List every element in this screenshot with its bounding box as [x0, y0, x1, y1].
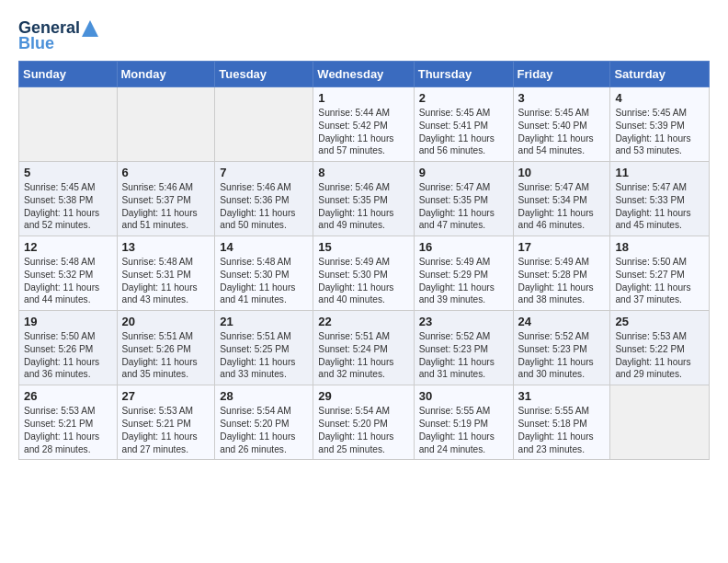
day-number: 12: [24, 240, 112, 254]
day-number: 1: [318, 91, 408, 105]
cell-info: Sunrise: 5:46 AM Sunset: 5:36 PM Dayligh…: [220, 181, 308, 232]
cell-info: Sunrise: 5:54 AM Sunset: 5:20 PM Dayligh…: [220, 405, 308, 455]
day-number: 9: [419, 166, 508, 179]
calendar-cell: 27Sunrise: 5:53 AM Sunset: 5:21 PM Dayli…: [117, 385, 215, 460]
svg-marker-0: [82, 20, 98, 37]
day-number: 27: [122, 389, 210, 403]
day-number: 31: [518, 389, 606, 403]
weekday-header-friday: Friday: [513, 62, 610, 87]
calendar-cell: [610, 385, 710, 460]
calendar-week-row: 1Sunrise: 5:44 AM Sunset: 5:42 PM Daylig…: [19, 87, 710, 162]
cell-info: Sunrise: 5:48 AM Sunset: 5:32 PM Dayligh…: [24, 256, 112, 306]
day-number: 23: [419, 315, 508, 328]
cell-info: Sunrise: 5:51 AM Sunset: 5:24 PM Dayligh…: [318, 330, 408, 381]
day-number: 18: [615, 240, 704, 254]
calendar-cell: 31Sunrise: 5:55 AM Sunset: 5:18 PM Dayli…: [513, 385, 610, 460]
day-number: 17: [518, 240, 606, 254]
calendar-cell: 23Sunrise: 5:52 AM Sunset: 5:23 PM Dayli…: [414, 311, 513, 385]
weekday-header-wednesday: Wednesday: [313, 62, 414, 87]
calendar-cell: 22Sunrise: 5:51 AM Sunset: 5:24 PM Dayli…: [313, 311, 414, 385]
weekday-header-monday: Monday: [117, 62, 215, 87]
page-header: General Blue: [18, 18, 710, 53]
calendar-cell: [215, 87, 313, 162]
cell-info: Sunrise: 5:52 AM Sunset: 5:23 PM Dayligh…: [419, 330, 508, 381]
calendar-cell: 12Sunrise: 5:48 AM Sunset: 5:32 PM Dayli…: [19, 236, 118, 311]
cell-info: Sunrise: 5:55 AM Sunset: 5:19 PM Dayligh…: [419, 405, 508, 455]
day-number: 30: [419, 389, 508, 403]
cell-info: Sunrise: 5:45 AM Sunset: 5:39 PM Dayligh…: [615, 107, 704, 157]
calendar-cell: 1Sunrise: 5:44 AM Sunset: 5:42 PM Daylig…: [313, 87, 414, 162]
cell-info: Sunrise: 5:53 AM Sunset: 5:21 PM Dayligh…: [24, 405, 112, 455]
calendar-cell: 15Sunrise: 5:49 AM Sunset: 5:30 PM Dayli…: [313, 236, 414, 311]
day-number: 20: [122, 315, 210, 328]
cell-info: Sunrise: 5:55 AM Sunset: 5:18 PM Dayligh…: [518, 405, 606, 455]
calendar-cell: 10Sunrise: 5:47 AM Sunset: 5:34 PM Dayli…: [513, 162, 610, 236]
cell-info: Sunrise: 5:48 AM Sunset: 5:31 PM Dayligh…: [122, 256, 210, 306]
calendar-cell: 19Sunrise: 5:50 AM Sunset: 5:26 PM Dayli…: [19, 311, 118, 385]
calendar-cell: 4Sunrise: 5:45 AM Sunset: 5:39 PM Daylig…: [610, 87, 710, 162]
calendar-week-row: 5Sunrise: 5:45 AM Sunset: 5:38 PM Daylig…: [19, 162, 710, 236]
logo-blue: Blue: [18, 34, 54, 53]
cell-info: Sunrise: 5:46 AM Sunset: 5:35 PM Dayligh…: [318, 181, 408, 232]
day-number: 8: [318, 166, 408, 179]
cell-info: Sunrise: 5:53 AM Sunset: 5:22 PM Dayligh…: [615, 330, 704, 381]
calendar-cell: 21Sunrise: 5:51 AM Sunset: 5:25 PM Dayli…: [215, 311, 313, 385]
weekday-header-saturday: Saturday: [610, 62, 710, 87]
day-number: 13: [122, 240, 210, 254]
calendar-cell: 5Sunrise: 5:45 AM Sunset: 5:38 PM Daylig…: [19, 162, 118, 236]
calendar-cell: 18Sunrise: 5:50 AM Sunset: 5:27 PM Dayli…: [610, 236, 710, 311]
day-number: 14: [220, 240, 308, 254]
day-number: 10: [518, 166, 606, 179]
cell-info: Sunrise: 5:53 AM Sunset: 5:21 PM Dayligh…: [122, 405, 210, 455]
calendar-cell: 3Sunrise: 5:45 AM Sunset: 5:40 PM Daylig…: [513, 87, 610, 162]
calendar-cell: 26Sunrise: 5:53 AM Sunset: 5:21 PM Dayli…: [19, 385, 118, 460]
calendar-body: 1Sunrise: 5:44 AM Sunset: 5:42 PM Daylig…: [19, 87, 710, 460]
calendar-cell: 2Sunrise: 5:45 AM Sunset: 5:41 PM Daylig…: [414, 87, 513, 162]
day-number: 11: [615, 166, 704, 179]
calendar-cell: 14Sunrise: 5:48 AM Sunset: 5:30 PM Dayli…: [215, 236, 313, 311]
cell-info: Sunrise: 5:47 AM Sunset: 5:35 PM Dayligh…: [419, 181, 508, 232]
cell-info: Sunrise: 5:50 AM Sunset: 5:27 PM Dayligh…: [615, 256, 704, 306]
day-number: 28: [220, 389, 308, 403]
cell-info: Sunrise: 5:50 AM Sunset: 5:26 PM Dayligh…: [24, 330, 112, 381]
calendar-header-row: SundayMondayTuesdayWednesdayThursdayFrid…: [19, 62, 710, 87]
day-number: 15: [318, 240, 408, 254]
cell-info: Sunrise: 5:47 AM Sunset: 5:34 PM Dayligh…: [518, 181, 606, 232]
cell-info: Sunrise: 5:49 AM Sunset: 5:30 PM Dayligh…: [318, 256, 408, 306]
weekday-header-thursday: Thursday: [414, 62, 513, 87]
cell-info: Sunrise: 5:52 AM Sunset: 5:23 PM Dayligh…: [518, 330, 606, 381]
calendar-cell: 25Sunrise: 5:53 AM Sunset: 5:22 PM Dayli…: [610, 311, 710, 385]
cell-info: Sunrise: 5:51 AM Sunset: 5:26 PM Dayligh…: [122, 330, 210, 381]
cell-info: Sunrise: 5:51 AM Sunset: 5:25 PM Dayligh…: [220, 330, 308, 381]
calendar-cell: 11Sunrise: 5:47 AM Sunset: 5:33 PM Dayli…: [610, 162, 710, 236]
calendar-cell: 24Sunrise: 5:52 AM Sunset: 5:23 PM Dayli…: [513, 311, 610, 385]
calendar-cell: 28Sunrise: 5:54 AM Sunset: 5:20 PM Dayli…: [215, 385, 313, 460]
cell-info: Sunrise: 5:44 AM Sunset: 5:42 PM Dayligh…: [318, 107, 408, 157]
calendar-cell: [19, 87, 118, 162]
day-number: 4: [615, 91, 704, 105]
day-number: 2: [419, 91, 508, 105]
calendar-cell: 13Sunrise: 5:48 AM Sunset: 5:31 PM Dayli…: [117, 236, 215, 311]
day-number: 24: [518, 315, 606, 328]
weekday-header-tuesday: Tuesday: [215, 62, 313, 87]
calendar-week-row: 26Sunrise: 5:53 AM Sunset: 5:21 PM Dayli…: [19, 385, 710, 460]
cell-info: Sunrise: 5:46 AM Sunset: 5:37 PM Dayligh…: [122, 181, 210, 232]
calendar-cell: 30Sunrise: 5:55 AM Sunset: 5:19 PM Dayli…: [414, 385, 513, 460]
calendar-cell: 9Sunrise: 5:47 AM Sunset: 5:35 PM Daylig…: [414, 162, 513, 236]
day-number: 22: [318, 315, 408, 328]
calendar-cell: 7Sunrise: 5:46 AM Sunset: 5:36 PM Daylig…: [215, 162, 313, 236]
cell-info: Sunrise: 5:49 AM Sunset: 5:29 PM Dayligh…: [419, 256, 508, 306]
day-number: 7: [220, 166, 308, 179]
logo: General Blue: [18, 18, 98, 53]
calendar-table: SundayMondayTuesdayWednesdayThursdayFrid…: [18, 61, 710, 460]
day-number: 25: [615, 315, 704, 328]
calendar-cell: 20Sunrise: 5:51 AM Sunset: 5:26 PM Dayli…: [117, 311, 215, 385]
cell-info: Sunrise: 5:45 AM Sunset: 5:38 PM Dayligh…: [24, 181, 112, 232]
day-number: 6: [122, 166, 210, 179]
cell-info: Sunrise: 5:48 AM Sunset: 5:30 PM Dayligh…: [220, 256, 308, 306]
calendar-cell: [117, 87, 215, 162]
calendar-cell: 29Sunrise: 5:54 AM Sunset: 5:20 PM Dayli…: [313, 385, 414, 460]
logo-triangle-icon: [82, 20, 98, 37]
cell-info: Sunrise: 5:45 AM Sunset: 5:41 PM Dayligh…: [419, 107, 508, 157]
day-number: 26: [24, 389, 112, 403]
